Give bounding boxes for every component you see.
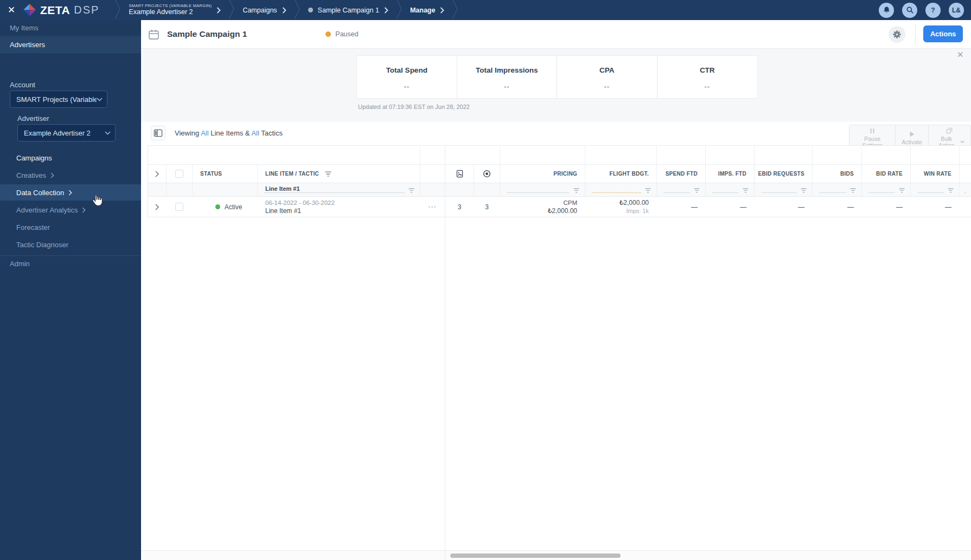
filter-line-item[interactable]: Line Item #1: [258, 183, 420, 196]
sidebar-item-my-items[interactable]: My Items: [0, 20, 141, 36]
sidebar-item-advertiser-analytics[interactable]: Advertiser Analytics: [0, 202, 141, 218]
table-row[interactable]: Active 06-14-2022 - 06-30-2022 Line Item…: [148, 197, 971, 217]
filter-icon[interactable]: [742, 188, 749, 193]
column-header-creatives[interactable]: [445, 165, 474, 183]
viewing-all-line-items-link[interactable]: All: [201, 129, 208, 137]
filter-icon[interactable]: [408, 188, 415, 193]
viewing-all-tactics-link[interactable]: All: [251, 129, 259, 137]
status-dot-icon: [308, 8, 313, 12]
chevron-right-icon: [384, 7, 388, 14]
advertiser-select[interactable]: Example Advertiser 2: [17, 124, 116, 141]
filter-spend-ftd[interactable]: [657, 183, 706, 196]
frozen-pane-divider: [445, 145, 445, 550]
viewing-summary: Viewing All Line Items & All Tactics: [175, 129, 283, 137]
column-header-ebid-requests[interactable]: EBID REQUESTS: [755, 165, 813, 183]
column-header-bids[interactable]: BIDS: [813, 165, 862, 183]
sidebar-forecaster-label: Forecaster: [16, 223, 50, 231]
column-header-tactics[interactable]: [474, 165, 500, 183]
filter-ebid-requests[interactable]: [755, 183, 813, 196]
column-header-status[interactable]: STATUS: [193, 165, 258, 183]
breadcrumb-advertiser[interactable]: SMART PROJECTS (VARIABLE MARGIN) Example…: [121, 3, 228, 17]
question-mark-icon: ?: [931, 7, 935, 14]
breadcrumb-advertiser-label: Example Advertiser 2: [129, 8, 212, 17]
close-icon[interactable]: ✕: [0, 4, 23, 16]
zeta-logo[interactable]: ZETA DSP: [23, 3, 99, 17]
stat-value: --: [457, 82, 557, 91]
chevron-right-icon: [50, 172, 54, 178]
select-all-checkbox[interactable]: [175, 170, 183, 178]
row-flight-dates: 06-14-2022 - 06-30-2022: [265, 199, 420, 207]
updated-timestamp: Updated at 07:19:36 EST on Jun 28, 2022: [358, 104, 470, 110]
filter-win-rate[interactable]: [911, 183, 960, 196]
column-header-win-rate[interactable]: WIN RATE: [911, 165, 960, 183]
column-header-bid-rate[interactable]: BID RATE: [862, 165, 911, 183]
column-header-line-item[interactable]: LINE ITEM / TACTIC: [258, 165, 420, 183]
columns-toggle-button[interactable]: [151, 126, 165, 140]
filter-icon[interactable]: [324, 171, 332, 177]
row-creatives-count: 3: [445, 197, 474, 217]
actions-button[interactable]: Actions: [923, 25, 963, 42]
sidebar-item-advertisers[interactable]: Advertisers: [0, 37, 141, 53]
columns-icon: [154, 128, 163, 138]
expand-all-button[interactable]: [148, 171, 166, 177]
filter-bids[interactable]: [813, 183, 862, 196]
search-icon: [906, 6, 914, 14]
avatar[interactable]: L&: [949, 3, 964, 18]
sidebar-item-admin[interactable]: Admin: [0, 255, 141, 272]
filter-bid-rate[interactable]: [862, 183, 911, 196]
sidebar-item-campaigns[interactable]: Campaigns: [0, 150, 141, 166]
row-tactics-count: 3: [474, 197, 500, 217]
chevron-right-icon: [82, 207, 86, 213]
filter-icon[interactable]: [849, 188, 857, 193]
account-select[interactable]: SMART Projects (Variable M...: [10, 91, 107, 108]
column-header-imps-ftd[interactable]: IMPS. FTD: [706, 165, 755, 183]
expand-row-button[interactable]: [148, 204, 166, 210]
breadcrumb-campaign-label: Sample Campaign 1: [318, 7, 379, 14]
row-menu-button[interactable]: •••: [429, 204, 437, 210]
sidebar-creatives-label: Creatives: [16, 171, 46, 179]
search-button[interactable]: [902, 3, 917, 18]
activate-label: Activate: [902, 139, 922, 145]
row-line-item-name[interactable]: Line Item #1: [265, 207, 420, 215]
breadcrumb-manage[interactable]: Manage: [403, 7, 452, 14]
creative-file-icon: [456, 170, 463, 178]
table-toolbar: Viewing All Line Items & All Tactics Pau…: [141, 122, 971, 145]
row-ebid-requests: —: [755, 197, 813, 217]
stat-label: Total Spend: [357, 66, 457, 74]
active-dot-icon: [215, 204, 220, 209]
filter-extra[interactable]: [960, 183, 971, 196]
filter-icon[interactable]: [573, 188, 580, 193]
breadcrumb-campaigns[interactable]: Campaigns: [235, 7, 293, 14]
column-header-pricing[interactable]: PRICING: [500, 165, 585, 183]
row-line-item[interactable]: 06-14-2022 - 06-30-2022 Line Item #1: [258, 197, 420, 217]
table-header-row: STATUS LINE ITEM / TACTIC: [148, 165, 971, 183]
sidebar-item-forecaster[interactable]: Forecaster: [0, 219, 141, 235]
filter-line-item-value[interactable]: Line Item #1: [265, 185, 300, 192]
filter-icon[interactable]: [693, 188, 700, 193]
filter-flight-budget[interactable]: [585, 183, 657, 196]
close-icon[interactable]: ✕: [957, 50, 964, 60]
sidebar-item-creatives[interactable]: Creatives: [0, 167, 141, 183]
filter-icon[interactable]: [898, 188, 905, 193]
column-header-flight-budget[interactable]: FLIGHT BDGT.: [585, 165, 657, 183]
notifications-button[interactable]: [879, 3, 894, 18]
stat-cpa: CPA --: [557, 56, 657, 98]
column-header-spend-ftd[interactable]: SPEND FTD: [657, 165, 706, 183]
settings-button[interactable]: [889, 26, 905, 43]
scrollbar-thumb[interactable]: [450, 553, 621, 558]
stat-total-spend: Total Spend --: [357, 56, 457, 98]
filter-imps-ftd[interactable]: [706, 183, 755, 196]
filter-icon[interactable]: [800, 188, 807, 193]
breadcrumb-manage-label: Manage: [410, 7, 436, 14]
filter-pricing[interactable]: [500, 183, 585, 196]
filter-icon[interactable]: [644, 188, 651, 193]
breadcrumb-divider-icon: [228, 0, 235, 21]
stat-total-impressions: Total Impressions --: [457, 56, 558, 98]
sidebar-item-tactic-diagnoser[interactable]: Tactic Diagnoser: [0, 236, 141, 253]
sidebar-item-data-collection[interactable]: Data Collection: [0, 184, 141, 201]
breadcrumb-campaign[interactable]: Sample Campaign 1: [301, 7, 396, 14]
row-checkbox[interactable]: [175, 203, 183, 211]
row-pricing: CPM ₺2,000.00: [500, 197, 585, 217]
filter-icon[interactable]: [947, 188, 954, 193]
help-button[interactable]: ?: [925, 3, 941, 18]
